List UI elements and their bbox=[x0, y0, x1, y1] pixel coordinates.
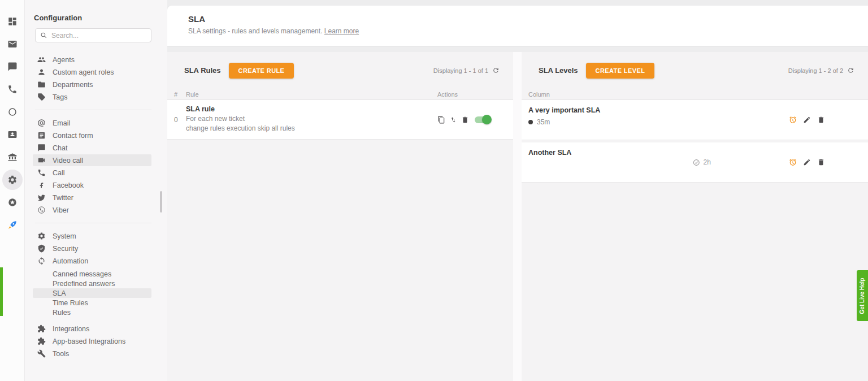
sidebar-item-email[interactable]: Email bbox=[33, 117, 151, 129]
sidebar-item-app-based-integrations[interactable]: App-based Integrations bbox=[33, 335, 151, 347]
sidebar-item-label: Time Rules bbox=[53, 299, 88, 307]
video-camera-icon bbox=[37, 156, 46, 164]
sla-levels-title: SLA Levels bbox=[539, 66, 578, 75]
learn-more-link[interactable]: Learn more bbox=[324, 27, 359, 35]
sidebar-item-tags[interactable]: Tags bbox=[33, 91, 151, 103]
sidebar-item-security[interactable]: Security bbox=[33, 243, 151, 254]
reorder-rule-button[interactable] bbox=[450, 116, 457, 123]
sidebar-item-label: App-based Integrations bbox=[53, 337, 125, 345]
knowledgebase-nav-button[interactable] bbox=[2, 147, 23, 167]
rule-name: SLA rule bbox=[186, 105, 437, 113]
rules-col-rule: Rule bbox=[186, 91, 437, 98]
pencil-icon bbox=[803, 116, 811, 124]
level-name: Another SLA bbox=[528, 149, 854, 157]
sla-level-row[interactable]: A very important SLA 35m bbox=[522, 100, 868, 140]
sidebar-item-label: Viber bbox=[53, 206, 69, 214]
sidebar-item-integrations[interactable]: Integrations bbox=[33, 323, 151, 335]
sync-icon bbox=[37, 257, 46, 265]
sidebar-item-video-call[interactable]: Video call bbox=[33, 154, 151, 166]
sidebar-item-tools[interactable]: Tools bbox=[33, 348, 151, 360]
sidebar-subitem-rules[interactable]: Rules bbox=[33, 308, 151, 317]
rules-col-index: # bbox=[174, 91, 186, 98]
dashboard-icon bbox=[7, 16, 18, 27]
trash-icon bbox=[817, 158, 825, 166]
social-nav-button[interactable] bbox=[2, 102, 23, 122]
sla-level-row[interactable]: Another SLA 2h bbox=[522, 142, 868, 183]
sidebar-item-viber[interactable]: Viber bbox=[33, 204, 151, 216]
sidebar-item-facebook[interactable]: Facebook bbox=[33, 179, 151, 191]
sidebar-subitem-sla[interactable]: SLA bbox=[33, 288, 151, 298]
person-icon bbox=[37, 68, 46, 76]
rules-table-header: # Rule Actions bbox=[167, 89, 513, 100]
sidebar-subitem-time-rules[interactable]: Time Rules bbox=[33, 298, 151, 308]
folder-icon bbox=[37, 80, 46, 89]
getting-started-nav-button[interactable] bbox=[2, 215, 23, 235]
sidebar-item-automation[interactable]: Automation bbox=[33, 255, 151, 267]
edit-level-button[interactable] bbox=[803, 158, 811, 166]
sidebar-item-label: Call bbox=[53, 169, 65, 177]
sidebar-item-agents[interactable]: Agents bbox=[33, 54, 151, 66]
sidebar-item-contact-form[interactable]: Contact form bbox=[33, 129, 151, 141]
rule-enabled-toggle[interactable] bbox=[475, 116, 491, 123]
sidebar-item-system[interactable]: System bbox=[33, 230, 151, 242]
sidebar-divider bbox=[35, 223, 151, 223]
sidebar-item-departments[interactable]: Departments bbox=[33, 79, 151, 90]
copy-icon bbox=[437, 116, 445, 124]
delete-level-button[interactable] bbox=[817, 116, 825, 124]
levels-refresh-button[interactable] bbox=[847, 67, 854, 74]
chat-tab-partial[interactable] bbox=[0, 267, 3, 316]
sidebar-item-chat[interactable]: Chat bbox=[33, 142, 151, 154]
sidebar-item-label: SLA bbox=[53, 289, 66, 297]
sidebar-search bbox=[35, 28, 151, 42]
sidebar-item-custom-agent-roles[interactable]: Custom agent roles bbox=[33, 66, 151, 78]
rule-actions bbox=[437, 100, 500, 139]
chat-bubble-icon bbox=[7, 62, 18, 72]
customers-nav-button[interactable] bbox=[2, 124, 23, 145]
page-title: SLA bbox=[188, 14, 868, 24]
dashboard-nav-button[interactable] bbox=[2, 11, 23, 32]
agents-icon bbox=[37, 55, 46, 64]
copy-rule-button[interactable] bbox=[437, 116, 445, 124]
facebook-icon bbox=[37, 181, 46, 189]
refresh-icon bbox=[492, 67, 500, 74]
create-level-button[interactable]: CREATE LEVEL bbox=[586, 63, 655, 79]
rules-refresh-button[interactable] bbox=[492, 67, 500, 74]
configuration-nav-button[interactable] bbox=[2, 170, 23, 190]
sidebar-scrollbar[interactable] bbox=[160, 191, 162, 213]
level-actions bbox=[789, 158, 825, 166]
level-actions bbox=[789, 116, 825, 124]
levels-col-name: Column bbox=[528, 91, 854, 98]
chat-nav-button[interactable] bbox=[2, 57, 23, 77]
rule-action-desc: change rules execution skip all rules bbox=[186, 124, 437, 132]
badges-nav-button[interactable] bbox=[2, 192, 23, 213]
level-alarm-button[interactable] bbox=[789, 158, 797, 166]
tickets-nav-button[interactable] bbox=[2, 34, 23, 54]
rocket-icon bbox=[7, 220, 18, 230]
delete-rule-button[interactable] bbox=[461, 116, 469, 124]
trash-icon bbox=[461, 116, 469, 124]
calls-nav-button[interactable] bbox=[2, 79, 23, 99]
search-input[interactable] bbox=[51, 32, 146, 40]
edit-level-button[interactable] bbox=[803, 116, 811, 124]
bank-icon bbox=[7, 152, 18, 162]
sidebar-subitem-canned-messages[interactable]: Canned messages bbox=[33, 269, 151, 279]
trash-icon bbox=[817, 116, 825, 124]
sidebar-item-label: Rules bbox=[53, 309, 71, 317]
wrench-icon bbox=[37, 349, 46, 358]
get-live-help-tab[interactable]: Get Live Help bbox=[857, 270, 868, 321]
sidebar-subitem-predefined-answers[interactable]: Predefined answers bbox=[33, 279, 151, 288]
sla-rule-row[interactable]: 0 SLA rule For each new ticket change ru… bbox=[167, 100, 513, 140]
form-icon bbox=[37, 131, 46, 140]
circle-icon bbox=[7, 107, 18, 117]
create-rule-button[interactable]: CREATE RULE bbox=[229, 63, 294, 79]
star-badge-icon bbox=[7, 197, 18, 207]
phone-icon bbox=[37, 168, 46, 177]
sidebar-item-label: Tools bbox=[53, 350, 69, 358]
delete-level-button[interactable] bbox=[817, 158, 825, 166]
level-alarm-button[interactable] bbox=[789, 116, 797, 124]
refresh-icon bbox=[847, 67, 854, 74]
check-circle-icon bbox=[693, 159, 700, 166]
sidebar-item-call[interactable]: Call bbox=[33, 167, 151, 179]
sidebar-item-twitter[interactable]: Twitter bbox=[33, 192, 151, 204]
sidebar-divider bbox=[35, 110, 151, 110]
